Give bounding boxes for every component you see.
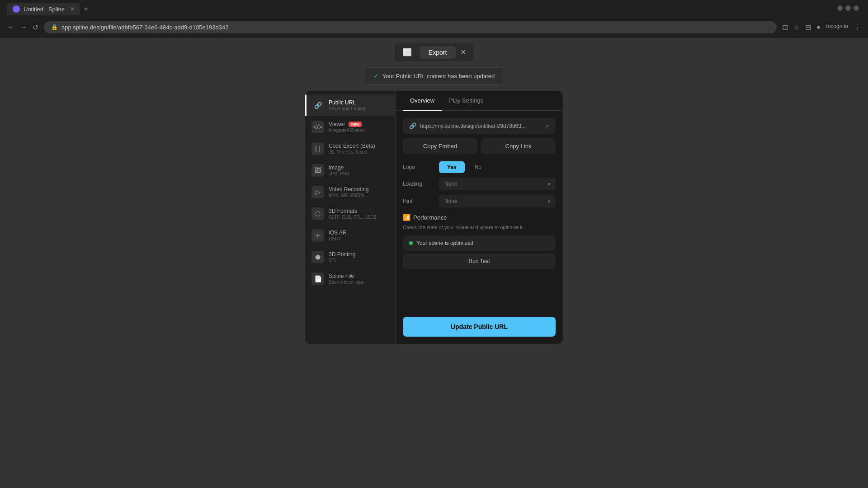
back-button[interactable]: ← (7, 23, 14, 31)
export-toolbar: ⬜ | Export ✕ (395, 43, 474, 61)
green-dot-icon (409, 241, 413, 245)
close-export-button[interactable]: ✕ (457, 45, 470, 59)
loading-chevron-icon: ▾ (548, 182, 550, 187)
toast-message: Your Public URL content has been updated (382, 73, 495, 80)
3d-printing-icon: ⬢ (311, 251, 324, 263)
3d-printing-sub: STL (329, 258, 355, 263)
logo-setting-row: Logo Yes No (403, 161, 556, 173)
hint-label: Hint (403, 198, 439, 204)
forward-button[interactable]: → (20, 23, 27, 31)
spline-file-text: Spline File Save a local copy (329, 273, 364, 285)
address-bar[interactable]: 🔒 app.spline.design/file/adbfb567-34e6-4… (44, 21, 777, 33)
copy-embed-button[interactable]: Copy Embed (403, 138, 477, 154)
tab-overview[interactable]: Overview (403, 91, 442, 110)
cast-icon[interactable]: ⊡ (782, 23, 788, 32)
reload-button[interactable]: ↺ (33, 23, 38, 32)
image-icon: 🖼 (311, 164, 324, 177)
profile-icon[interactable]: ● (816, 23, 821, 32)
video-icon: ▷ (311, 186, 324, 198)
sidebar-item-public-url[interactable]: 🔗 Public URL Share and Embed (305, 94, 395, 116)
sidebar-item-video[interactable]: ▷ Video Recording MP4, GIF, WEBM... (305, 181, 395, 203)
menu-icon[interactable]: ⋮ (854, 23, 861, 32)
viewer-title: Viewer (329, 121, 345, 127)
sidebar-item-image[interactable]: 🖼 Image JPG, PNG (305, 160, 395, 181)
logo-label: Logo (403, 164, 439, 170)
action-row: Copy Embed Copy Link (403, 138, 556, 154)
optimized-badge: Your scene is optimized (403, 235, 556, 251)
performance-header: 📶 Performance (403, 214, 556, 221)
3d-printing-text: 3D Printing STL (329, 251, 355, 263)
new-badge: New (349, 122, 362, 127)
lock-icon: 🔒 (51, 24, 58, 30)
logo-no-button[interactable]: No (467, 161, 490, 173)
sidebar-icon[interactable]: ⊟ (805, 23, 811, 32)
maximize-button[interactable] (845, 5, 851, 11)
update-public-url-button[interactable]: Update Public URL (403, 317, 556, 337)
incognito-label: Incognito (826, 23, 848, 32)
loading-setting-row: Loading None ▾ (403, 178, 556, 190)
3d-formats-text: 3D Formats GLTF, GLB, STL, USDZ (329, 208, 377, 220)
window-controls (837, 5, 859, 11)
external-link-icon[interactable]: ↗ (545, 123, 549, 129)
spline-file-title: Spline File (329, 273, 364, 279)
export-dialog: 🔗 Public URL Share and Embed </> Viewer … (305, 91, 563, 344)
sidebar-item-viewer[interactable]: </> Viewer New Integrated Embed (305, 116, 395, 138)
close-tab-button[interactable]: ✕ (70, 6, 75, 12)
active-bar (305, 94, 307, 116)
sidebar-item-code-export[interactable]: [ ] Code Export (Beta) JS, Three.js, Rea… (305, 138, 395, 160)
loading-dropdown[interactable]: None ▾ (439, 178, 556, 190)
image-title: Image (329, 164, 350, 171)
spline-file-sub: Save a local copy (329, 280, 364, 285)
video-text: Video Recording MP4, GIF, WEBM... (329, 186, 369, 198)
copy-link-button[interactable]: Copy Link (481, 138, 556, 154)
close-window-button[interactable] (854, 5, 859, 11)
tab-title: Untitled · Spline (24, 6, 65, 13)
hint-value: None (444, 198, 458, 204)
browser-tab[interactable]: Untitled · Spline ✕ (7, 3, 80, 15)
performance-section: 📶 Performance Check the state of your sc… (403, 214, 556, 269)
code-export-text: Code Export (Beta) JS, Three.js, React..… (329, 143, 375, 155)
toast-check-icon: ✓ (373, 72, 379, 80)
sidebar-item-3d-printing[interactable]: ⬢ 3D Printing STL (305, 246, 395, 268)
3d-printing-title: 3D Printing (329, 251, 355, 258)
image-sub: JPG, PNG (329, 171, 350, 176)
export-icon-button[interactable]: ⬜ (398, 45, 416, 59)
viewer-icon: </> (311, 121, 324, 133)
url-row: 🔗 https://my.spline.design/untitled-29d7… (403, 118, 556, 134)
3d-formats-icon: ⬡ (311, 207, 324, 220)
hint-chevron-icon: ▾ (548, 199, 550, 204)
loading-label: Loading (403, 181, 439, 187)
hint-setting-row: Hint None ▾ (403, 195, 556, 207)
performance-title: Performance (413, 214, 447, 221)
public-url-icon: 🔗 (311, 99, 324, 112)
tab-play-settings[interactable]: Play Settings (442, 91, 491, 110)
new-tab-button[interactable]: + (84, 5, 89, 14)
viewer-sub: Integrated Embed (329, 128, 365, 133)
sidebar-item-spline-file[interactable]: 📄 Spline File Save a local copy (305, 268, 395, 290)
export-button[interactable]: Export (420, 46, 456, 59)
logo-yes-button[interactable]: Yes (439, 161, 465, 173)
code-export-icon: [ ] (311, 142, 324, 155)
panel-content: 🔗 https://my.spline.design/untitled-29d7… (396, 111, 563, 313)
image-text: Image JPG, PNG (329, 164, 350, 176)
minimize-button[interactable] (837, 5, 843, 11)
code-export-sub: JS, Three.js, React... (329, 150, 375, 155)
ios-ar-title: iOS AR (329, 230, 346, 236)
browser-chrome: Untitled · Spline ✕ + ← → ↺ 🔒 app.spline… (0, 0, 868, 38)
video-title: Video Recording (329, 186, 369, 192)
code-export-title: Code Export (Beta) (329, 143, 375, 149)
bookmark-icon[interactable]: ☆ (793, 23, 800, 32)
run-test-button[interactable]: Run Test (403, 253, 556, 269)
title-bar: Untitled · Spline ✕ + (0, 0, 868, 18)
browser-actions: ⊡ ☆ ⊟ ● Incognito ⋮ (782, 23, 861, 32)
url-display: https://my.spline.design/untitled-29d78d… (420, 123, 541, 129)
sidebar-item-3d-formats[interactable]: ⬡ 3D Formats GLTF, GLB, STL, USDZ (305, 203, 395, 225)
performance-description: Check the state of your scene and where … (403, 225, 556, 230)
public-url-title: Public URL (329, 99, 365, 106)
hint-dropdown[interactable]: None ▾ (439, 195, 556, 207)
export-sidebar: 🔗 Public URL Share and Embed </> Viewer … (305, 91, 396, 344)
sidebar-item-ios-ar[interactable]: ⊹ iOS AR USDZ (305, 225, 395, 246)
3d-formats-title: 3D Formats (329, 208, 377, 214)
tab-row: Overview Play Settings (396, 91, 563, 111)
right-panel: Overview Play Settings 🔗 https://my.spli… (396, 91, 563, 344)
